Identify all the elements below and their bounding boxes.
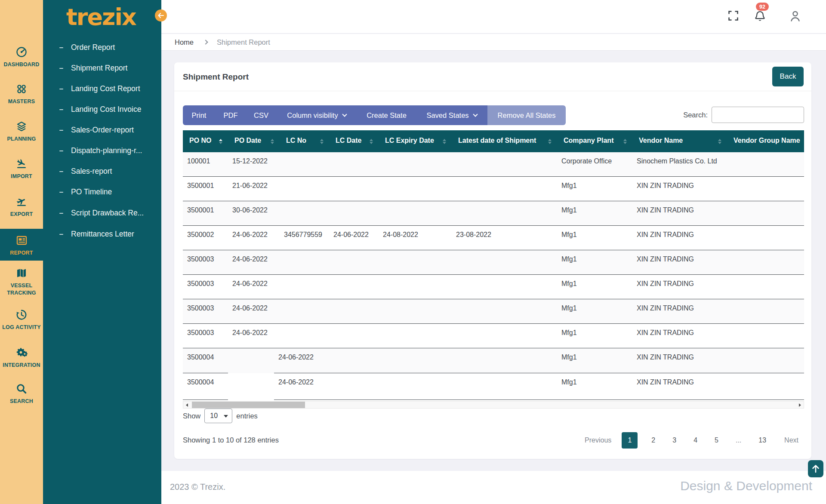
saved-states-button[interactable]: Saved States bbox=[416, 105, 487, 125]
column-header-lc-expiry-date[interactable]: LC Expiry Date bbox=[379, 130, 452, 152]
back-button[interactable]: Back bbox=[772, 67, 804, 86]
dash-icon bbox=[59, 47, 63, 48]
select-caret-icon bbox=[224, 415, 228, 418]
sidebar-item-po-timeline[interactable]: PO Timeline bbox=[43, 186, 161, 199]
pagination-next[interactable]: Next bbox=[775, 432, 804, 449]
sidebar-collapse-button[interactable] bbox=[155, 9, 167, 22]
pdf-button[interactable]: PDF bbox=[215, 105, 246, 125]
brand-logo[interactable]: trezix bbox=[66, 3, 136, 31]
page-length-select[interactable]: 10 bbox=[204, 409, 232, 423]
rail-item-log-activity[interactable]: LOG ACTIVITY bbox=[0, 309, 43, 331]
rail-item-vessel-tracking[interactable]: VESSEL TRACKING bbox=[0, 267, 43, 297]
rail-item-dashboard[interactable]: DASHBOARD bbox=[0, 46, 43, 68]
notifications-bell-icon[interactable] bbox=[755, 10, 765, 24]
column-header-vendor-group-name[interactable]: Vendor Group Name bbox=[727, 130, 804, 152]
rail-item-integration[interactable]: INTEGRATION bbox=[0, 347, 43, 369]
csv-button[interactable]: CSV bbox=[246, 105, 276, 125]
page-title: Shipment Report bbox=[183, 72, 249, 82]
sidebar-item-landing-cost-report[interactable]: Landing Cost Report bbox=[43, 83, 161, 96]
cell-po-date: 30-06-2022 bbox=[228, 201, 280, 226]
sidebar-item-dispatch-planning[interactable]: Dispatch-planning-r... bbox=[43, 145, 161, 158]
cell-vendor-name: Sinochem Plastics Co. Ltd bbox=[632, 152, 727, 177]
column-header-po-date[interactable]: PO Date bbox=[228, 130, 280, 152]
log-activity-history-icon bbox=[16, 309, 27, 320]
search-input[interactable] bbox=[712, 107, 804, 123]
rail-item-import[interactable]: IMPORT bbox=[0, 158, 43, 180]
table-row[interactable]: 3500003 24-06-2022 Mfg1 XIN ZIN TRADING bbox=[183, 299, 804, 324]
cell-po-date: 24-06-2022 bbox=[228, 275, 280, 299]
user-profile-icon[interactable] bbox=[790, 10, 801, 23]
sidebar-item-landing-cost-invoice[interactable]: Landing Cost Invoice bbox=[43, 104, 161, 117]
cell-po-no: 3500004 bbox=[183, 373, 228, 400]
cell-vendor-name: XIN ZIN TRADING bbox=[632, 324, 727, 348]
pagination-ellipsis: ... bbox=[727, 432, 750, 449]
table-row[interactable]: 3500003 24-06-2022 Mfg1 XIN ZIN TRADING bbox=[183, 275, 804, 299]
table-row[interactable]: 3500004 24-06-2022 Mfg1 XIN ZIN TRADING bbox=[183, 373, 804, 400]
scroll-right-arrow-icon[interactable] bbox=[796, 402, 804, 408]
table-footer: Showing 1 to 10 of 128 entries Previous … bbox=[183, 432, 804, 449]
print-button[interactable]: Print bbox=[183, 105, 215, 125]
sidebar-item-sales-order-report[interactable]: Sales-Order-report bbox=[43, 124, 161, 137]
dash-icon bbox=[59, 192, 63, 193]
fullscreen-icon[interactable] bbox=[728, 10, 739, 23]
pagination-page-3[interactable]: 3 bbox=[664, 432, 685, 449]
sidebar-item-shipment-report[interactable]: Shipment Report bbox=[43, 62, 161, 75]
column-header-lc-date[interactable]: LC Date bbox=[329, 130, 379, 152]
cell-vendor-group bbox=[727, 324, 804, 348]
pagination-page-2[interactable]: 2 bbox=[643, 432, 664, 449]
column-visibility-button[interactable]: Column visibility bbox=[276, 105, 357, 125]
pagination-page-1[interactable]: 1 bbox=[622, 432, 638, 449]
rail-item-search[interactable]: SEARCH bbox=[0, 383, 43, 405]
notification-count-badge[interactable]: 92 bbox=[756, 3, 769, 11]
cell-vendor-name: XIN ZIN TRADING bbox=[632, 373, 727, 400]
table-row[interactable]: 3500001 30-06-2022 Mfg1 XIN ZIN TRADING bbox=[183, 201, 804, 226]
cell-vendor-name: XIN ZIN TRADING bbox=[632, 226, 727, 250]
column-header-company-plant[interactable]: Company Plant bbox=[557, 130, 632, 152]
rail-item-report[interactable]: REPORT bbox=[0, 235, 43, 257]
cell-company-plant: Mfg1 bbox=[557, 177, 632, 201]
cell-lc-date bbox=[329, 177, 379, 201]
table-row[interactable]: 3500002 24-06-2022 3456779559 24-06-2022… bbox=[183, 226, 804, 250]
table-row[interactable]: 3500001 21-06-2022 Mfg1 XIN ZIN TRADING bbox=[183, 177, 804, 201]
horizontal-scrollbar[interactable] bbox=[183, 401, 804, 409]
pagination-page-13[interactable]: 13 bbox=[750, 432, 775, 449]
scroll-to-top-button[interactable] bbox=[808, 460, 823, 477]
cell-lc-expiry bbox=[379, 299, 452, 324]
pagination-page-4[interactable]: 4 bbox=[685, 432, 706, 449]
cell-empty bbox=[228, 373, 274, 400]
cell-vendor-group bbox=[727, 177, 804, 201]
sidebar-item-sales-report[interactable]: Sales-report bbox=[43, 166, 161, 178]
scrollbar-thumb[interactable] bbox=[192, 402, 305, 408]
cell-po-date: 24-06-2022 bbox=[274, 373, 557, 400]
table-row[interactable]: 3500004 24-06-2022 Mfg1 XIN ZIN TRADING bbox=[183, 348, 804, 373]
cell-lc-expiry bbox=[379, 177, 452, 201]
cell-vendor-name: XIN ZIN TRADING bbox=[632, 348, 727, 373]
sidebar-item-order-report[interactable]: Order Report bbox=[43, 42, 161, 55]
sort-icon bbox=[370, 139, 373, 144]
table-row[interactable]: 100001 15-12-2022 Corporate Office Sinoc… bbox=[183, 152, 804, 177]
sidebar-item-script-drawback[interactable]: Script Drawback Re... bbox=[43, 207, 161, 220]
pagination-page-5[interactable]: 5 bbox=[706, 432, 727, 449]
cell-latest-date bbox=[452, 299, 557, 324]
cell-lc-no: 3456779559 bbox=[280, 226, 329, 250]
table-row[interactable]: 3500003 24-06-2022 Mfg1 XIN ZIN TRADING bbox=[183, 324, 804, 348]
table-header-row: PO NO PO Date LC No LC Date LC Expiry Da… bbox=[183, 130, 804, 152]
cell-vendor-name: XIN ZIN TRADING bbox=[632, 250, 727, 275]
remove-all-states-button[interactable]: Remove All States bbox=[487, 105, 566, 125]
column-header-vendor-name[interactable]: Vendor Name bbox=[632, 130, 727, 152]
sidebar-item-remittances-letter[interactable]: Remittances Letter bbox=[43, 228, 161, 241]
entries-label: entries bbox=[236, 412, 258, 420]
create-state-button[interactable]: Create State bbox=[357, 105, 416, 125]
dash-icon bbox=[59, 130, 63, 131]
column-header-po-no[interactable]: PO NO bbox=[183, 130, 228, 152]
rail-item-export[interactable]: EXPORT bbox=[0, 196, 43, 218]
rail-item-masters[interactable]: MASTERS bbox=[0, 83, 43, 105]
pagination-previous[interactable]: Previous bbox=[579, 432, 616, 449]
table-row[interactable]: 3500003 24-06-2022 Mfg1 XIN ZIN TRADING bbox=[183, 250, 804, 275]
scroll-left-arrow-icon[interactable] bbox=[183, 402, 191, 408]
search-icon bbox=[16, 383, 27, 394]
column-header-latest-date-of-shipment[interactable]: Latest date of Shipment bbox=[452, 130, 557, 152]
rail-item-planning[interactable]: PLANNING bbox=[0, 121, 43, 143]
breadcrumb-home-link[interactable]: Home bbox=[175, 38, 194, 46]
column-header-lc-no[interactable]: LC No bbox=[280, 130, 329, 152]
